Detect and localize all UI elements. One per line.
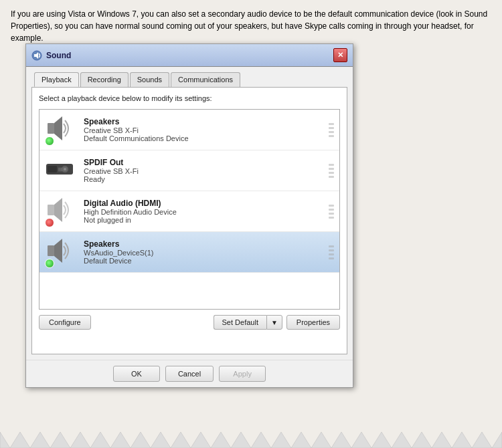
svg-rect-2 xyxy=(48,123,54,134)
cancel-button[interactable]: Cancel xyxy=(165,366,214,382)
device-status: Not plugged in xyxy=(84,216,326,224)
status-badge-green-ws xyxy=(45,259,54,268)
tab-communications[interactable]: Communications xyxy=(171,72,240,87)
device-name: Speakers xyxy=(84,239,326,249)
device-list[interactable]: Speakers Creative SB X-Fi Default Commun… xyxy=(39,109,340,310)
device-desc: High Definition Audio Device xyxy=(84,208,326,216)
tab-playback[interactable]: Playback xyxy=(34,72,79,87)
device-status: Default Device xyxy=(84,257,326,265)
ok-button[interactable]: OK xyxy=(113,366,160,382)
receiver-icon xyxy=(45,154,74,184)
tab-sounds[interactable]: Sounds xyxy=(130,72,169,87)
svg-rect-5 xyxy=(48,166,57,173)
svg-rect-13 xyxy=(48,245,54,256)
device-status: Ready xyxy=(84,175,326,183)
svg-point-7 xyxy=(64,168,66,171)
device-desc: Creative SB X-Fi xyxy=(84,126,326,134)
tab-recording[interactable]: Recording xyxy=(80,72,129,87)
svg-marker-12 xyxy=(54,198,62,222)
device-buttons-row: Configure Set Default ▼ Properties xyxy=(39,315,340,330)
sound-title-icon xyxy=(31,50,42,61)
device-desc: WsAudio_DeviceS(1) xyxy=(84,249,326,257)
svg-rect-10 xyxy=(58,171,62,171)
zigzag-decoration xyxy=(0,432,502,448)
tab-bar: Playback Recording Sounds Communications xyxy=(31,72,347,87)
status-badge-green xyxy=(45,136,54,146)
device-item-selected[interactable]: Speakers WsAudio_DeviceS(1) Default Devi… xyxy=(39,232,339,273)
dialog-footer: OK Cancel Apply xyxy=(26,360,353,387)
svg-rect-9 xyxy=(58,169,62,170)
status-badge-red xyxy=(45,218,54,227)
set-default-arrow[interactable]: ▼ xyxy=(266,315,282,330)
device-name: Speakers xyxy=(84,117,326,126)
device-status: Default Communications Device xyxy=(84,134,326,142)
svg-rect-11 xyxy=(48,205,54,215)
device-name: Digital Audio (HDMI) xyxy=(84,199,326,208)
dialog-content: Playback Recording Sounds Communications… xyxy=(26,67,353,360)
device-item[interactable]: Digital Audio (HDMI) High Definition Aud… xyxy=(39,191,339,232)
svg-marker-3 xyxy=(54,116,62,140)
svg-rect-8 xyxy=(58,168,62,169)
device-name: SPDIF Out xyxy=(84,158,326,167)
configure-button[interactable]: Configure xyxy=(39,315,91,330)
set-default-split: Set Default ▼ xyxy=(214,315,282,330)
device-item[interactable]: Speakers Creative SB X-Fi Default Commun… xyxy=(39,110,339,150)
playback-panel: Select a playback device below to modify… xyxy=(31,87,347,354)
close-button[interactable]: ✕ xyxy=(333,48,347,62)
device-desc: Creative SB X-Fi xyxy=(84,167,326,175)
svg-marker-14 xyxy=(54,239,62,263)
panel-instruction: Select a playback device below to modify… xyxy=(39,94,340,102)
dialog-title: Sound xyxy=(46,51,71,60)
title-bar: Sound ✕ xyxy=(26,44,353,67)
sound-dialog: Sound ✕ Playback Recording Sounds Commun… xyxy=(25,43,353,388)
apply-button[interactable]: Apply xyxy=(219,366,266,382)
device-item[interactable]: SPDIF Out Creative SB X-Fi Ready xyxy=(39,150,339,191)
properties-button[interactable]: Properties xyxy=(286,315,340,330)
set-default-button[interactable]: Set Default xyxy=(214,315,266,330)
